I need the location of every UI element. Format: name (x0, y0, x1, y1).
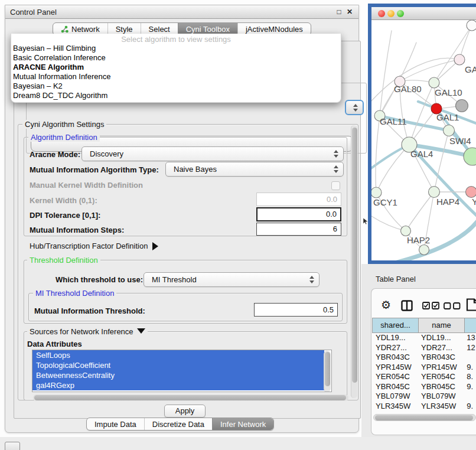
algorithm-option[interactable]: Bayesian – K2 (11, 81, 341, 91)
data-attribute-item[interactable]: SelfLoops (32, 350, 324, 360)
control-panel-titlebar[interactable]: Control Panel □ ✕ (5, 5, 358, 19)
which-threshold-combobox[interactable]: MI Threshold (144, 272, 319, 287)
network-node[interactable] (456, 100, 468, 112)
data-attribute-item[interactable]: TopologicalCoefficient (32, 360, 324, 370)
table-row[interactable]: YDL19...YDL19...13 (372, 333, 476, 343)
mi-threshold-field[interactable]: 0.5 (254, 303, 338, 317)
network-node[interactable] (419, 245, 429, 255)
table-horizontal-scrollbar-thumb[interactable] (375, 415, 473, 420)
network-edge[interactable] (434, 131, 449, 192)
minimize-window-icon[interactable] (387, 10, 395, 17)
attributes-scrollbar-thumb[interactable] (325, 352, 330, 386)
table-cell: 12 (463, 343, 476, 353)
network-node-gal[interactable] (454, 54, 465, 65)
mi-steps-label: Mutual Information Steps: (30, 226, 124, 234)
restore-panel-button[interactable] (5, 442, 20, 450)
control-panel-bottom-tabs: Impute DataDiscretize DataInfer Network (86, 418, 274, 431)
hub-definition-toggle[interactable]: Hub/Transcription Factor Definition (30, 242, 158, 250)
data-attributes-listbox[interactable]: SelfLoopsTopologicalCoefficientBetweenne… (32, 350, 332, 392)
tab-style[interactable]: Style (107, 23, 141, 35)
unchecked-boxes-icon[interactable] (444, 302, 461, 309)
table-row[interactable]: YPR145WYPR145W9. (372, 363, 476, 373)
kernel-width-field[interactable]: 0.0 (256, 193, 341, 206)
apply-button[interactable]: Apply (164, 405, 206, 418)
network-edge[interactable] (376, 145, 409, 193)
network-window[interactable]: GALGAL80GAL10GAL1GAL11SWI4GAL4GCY1HAP4YH… (368, 4, 476, 264)
tab-cyni-toolbox[interactable]: Cyni Toolbox (178, 23, 237, 35)
network-graph[interactable]: GALGAL80GAL10GAL1GAL11SWI4GAL4GCY1HAP4YH… (371, 20, 476, 260)
collapse-down-icon[interactable] (137, 328, 145, 334)
network-edge[interactable] (406, 192, 434, 231)
mi-steps-field[interactable]: 6 (256, 223, 341, 236)
algorithm-definition-title: Algorithm Definition (28, 133, 100, 142)
table-row[interactable]: YBL079WYBL079W (372, 392, 476, 402)
focused-combo-fragment[interactable] (345, 100, 364, 115)
algorithm-option[interactable]: Basic Correlation Inference (11, 53, 341, 63)
bottom-tab-label: Impute Data (94, 418, 136, 431)
bottom-tab-label: Infer Network (220, 418, 266, 431)
network-node[interactable] (464, 148, 476, 165)
network-window-titlebar[interactable] (371, 7, 476, 20)
network-edge[interactable] (380, 31, 392, 116)
network-node-gcy1[interactable] (371, 187, 382, 198)
checked-boxes-icon[interactable] (422, 302, 440, 309)
table-row[interactable]: YDR27...YDR27...12 (372, 343, 476, 353)
table-cell (463, 353, 476, 363)
network-node-swi4[interactable] (444, 125, 455, 136)
network-node-label: GAL10 (435, 87, 462, 97)
bottom-tab-infer-network[interactable]: Infer Network (212, 418, 273, 430)
document-icon[interactable] (466, 298, 476, 311)
network-node-label: GAL (465, 64, 476, 74)
table-row[interactable]: YLR345WYLR345W9. (372, 402, 476, 412)
bottom-tab-discretize-data[interactable]: Discretize Data (144, 418, 212, 430)
aracne-mode-value: Discovery (90, 149, 123, 158)
tab-select[interactable]: Select (141, 23, 178, 35)
algorithm-option[interactable]: Bayesian – Hill Climbing (11, 44, 341, 53)
settings-vertical-scrollbar[interactable] (351, 125, 357, 398)
settings-horizontal-scrollbar[interactable] (33, 394, 348, 401)
expand-right-icon[interactable] (152, 242, 158, 250)
bottom-tab-impute-data[interactable]: Impute Data (87, 418, 144, 430)
gear-icon[interactable]: ⚙ (381, 299, 391, 311)
data-attribute-item[interactable]: gal4RGexp (32, 380, 324, 390)
zoom-window-icon[interactable] (397, 10, 404, 17)
network-node-gal10[interactable] (429, 77, 439, 88)
attributes-scrollbar[interactable] (324, 351, 331, 392)
settings-vertical-scrollbar-thumb[interactable] (352, 128, 357, 383)
table-cell: YLR345W (372, 402, 418, 412)
data-attribute-item[interactable]: BetweennessCentrality (32, 370, 324, 380)
tab-network[interactable]: Network (53, 23, 107, 35)
table-row[interactable]: YIL052CYIL052C9 (372, 411, 476, 412)
table-row[interactable]: YER054CYER054C8. (372, 372, 476, 382)
network-node-hap4[interactable] (429, 187, 440, 198)
algorithm-dropdown-popup: Select algorithm to view settings Bayesi… (11, 34, 341, 103)
close-window-icon[interactable] (378, 10, 385, 17)
mi-algorithm-type-combobox[interactable]: Naive Bayes (165, 162, 344, 177)
aracne-mode-combobox[interactable]: Discovery (81, 146, 344, 161)
table-horizontal-scrollbar[interactable] (373, 414, 476, 421)
manual-kernel-width-checkbox[interactable] (331, 181, 340, 190)
tab-jactivemnodules[interactable]: jActiveMNodules (237, 23, 311, 35)
algorithm-option[interactable]: Mutual Information Inference (11, 72, 341, 81)
column-header-name[interactable]: name (418, 318, 464, 333)
network-edge[interactable] (376, 116, 380, 193)
sources-title-label: Sources for Network Inference (30, 327, 133, 336)
table-row[interactable]: YBR045CYBR045C9. (372, 382, 476, 392)
column-header-partial[interactable] (464, 318, 476, 333)
algorithm-option[interactable]: ARACNE Algorithm (11, 63, 341, 72)
network-canvas[interactable]: GALGAL80GAL10GAL1GAL11SWI4GAL4GCY1HAP4YH… (371, 20, 476, 260)
network-node[interactable] (467, 20, 476, 31)
columns-icon[interactable] (401, 300, 413, 311)
close-panel-icon[interactable]: ✕ (345, 8, 354, 16)
sources-title[interactable]: Sources for Network Inference (27, 327, 148, 336)
column-header-shared-name[interactable]: shared... (372, 318, 418, 333)
algorithm-option[interactable]: Dream8 DC_TDC Algorithm (11, 91, 341, 100)
settings-horizontal-scrollbar-thumb[interactable] (34, 395, 346, 400)
network-edge[interactable] (371, 215, 406, 231)
table-row[interactable]: YBR043CYBR043C (372, 353, 476, 363)
network-node-y[interactable] (466, 187, 476, 198)
network-node-hap2[interactable] (401, 226, 411, 236)
float-panel-icon[interactable]: □ (335, 8, 343, 16)
dpi-tolerance-field[interactable]: 0.0 (256, 207, 341, 221)
kernel-width-label: Kernel Width (0,1): (30, 196, 97, 205)
